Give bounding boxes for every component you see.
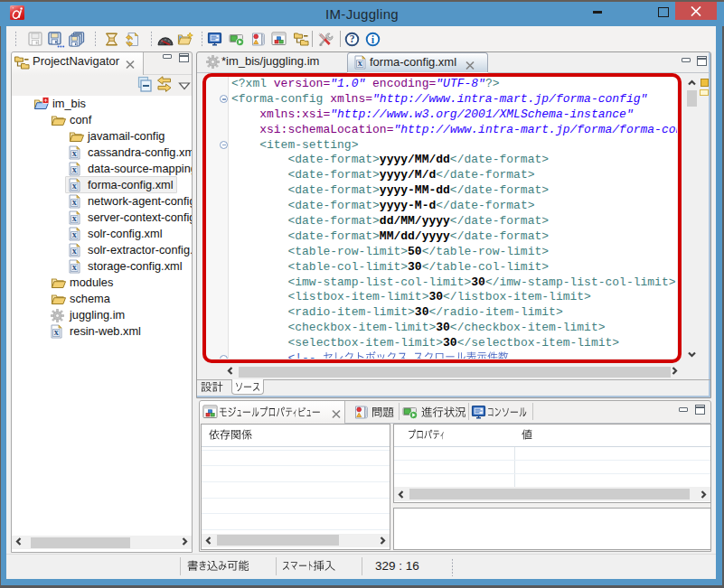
save-button[interactable] — [28, 32, 44, 48]
bottom-tab[interactable] — [371, 406, 395, 420]
console-view-button[interactable] — [207, 32, 223, 48]
tree-item-resin-web.xml[interactable]: x resin-web.xml — [12, 323, 192, 340]
property-hscrollbar[interactable] — [394, 487, 710, 501]
bottom-tab[interactable] — [487, 406, 528, 420]
code-line[interactable]: <forma-config xmlns="http://www.intra-ma… — [231, 92, 677, 107]
dependency-table[interactable] — [201, 424, 390, 550]
generate-document-button[interactable] — [124, 32, 140, 48]
tree-item-storage-config.xml[interactable]: x storage-config.xml — [12, 258, 192, 275]
maximize-view-button[interactable] — [179, 53, 189, 63]
annotation-marker[interactable] — [700, 79, 709, 87]
navigator-hscrollbar[interactable] — [12, 536, 192, 549]
scroll-arrow[interactable] — [226, 366, 236, 376]
dependency-hscrollbar[interactable] — [202, 534, 390, 547]
scrollbar-thumb[interactable] — [239, 367, 671, 378]
save-as-button[interactable] — [48, 32, 64, 48]
code-line[interactable]: <date-format>MM/dd/yyyy</date-format> — [231, 229, 677, 245]
code-line[interactable]: xmlns:xsi="http://www.w3.org/2001/XMLSch… — [231, 107, 677, 123]
minimize-button[interactable] — [593, 11, 602, 14]
page-tab-design[interactable] — [198, 380, 231, 396]
code-line[interactable]: <date-format>yyyy/M/d</date-format> — [231, 168, 677, 183]
toolbar-drag-handle[interactable] — [14, 31, 17, 47]
tree-item-cassandra-config.xml[interactable]: x cassandra-config.xml — [12, 145, 192, 161]
collapse-all-button[interactable] — [137, 76, 152, 96]
scrollbar-thumb[interactable] — [687, 90, 697, 107]
column-header-dependency[interactable] — [202, 425, 390, 447]
tree-item-solr-config.xml[interactable]: x solr-config.xml — [12, 226, 192, 242]
scrollbar-thumb[interactable] — [31, 537, 130, 548]
code-line[interactable]: <date-format>yyyy-MM-dd</date-format> — [231, 183, 677, 199]
code-line[interactable]: <checkbox-item-limit>30</checkbox-item-l… — [231, 321, 677, 336]
tree-item-network-agent-config.xml[interactable]: x network-agent-config.xml — [12, 193, 192, 210]
dashboard-button[interactable] — [157, 32, 174, 48]
code-line[interactable]: <selectbox-item-limit>30</selectbox-item… — [231, 336, 677, 351]
close-view-icon[interactable] — [331, 406, 342, 423]
statusbar-drag-handle[interactable] — [451, 558, 454, 576]
scroll-arrow[interactable] — [397, 490, 407, 499]
maximize-view-button[interactable] — [695, 405, 705, 415]
editor-tab-forma-config[interactable]: x forma-config.xml — [347, 52, 488, 72]
editor-tab-juggling-im[interactable]: *im_bis/juggling.im — [199, 52, 347, 72]
scroll-arrow[interactable] — [377, 536, 387, 546]
toolbar-drag-handle[interactable] — [201, 31, 203, 47]
view-menu-button[interactable] — [178, 78, 191, 94]
code-line[interactable]: <date-format>yyyy-M-d</date-format> — [231, 199, 677, 214]
editor-vscrollbar[interactable] — [685, 73, 699, 362]
scroll-arrow[interactable] — [687, 350, 697, 359]
help-button[interactable]: ? — [344, 32, 361, 48]
editor-hscrollbar[interactable] — [221, 365, 682, 378]
code-line[interactable]: xsi:schemaLocation="http://www.intra-mar… — [231, 123, 677, 138]
code-line[interactable]: <imw-stamp-list-col-limit>30</imw-stamp-… — [231, 275, 677, 291]
column-header-property-value[interactable] — [394, 425, 710, 447]
maximize-button[interactable] — [658, 7, 669, 17]
scroll-arrow[interactable] — [14, 537, 24, 546]
progress-view-button[interactable] — [229, 32, 245, 48]
tree-item-im_bis[interactable]: im_bis — [12, 96, 192, 112]
property-table[interactable] — [393, 424, 711, 504]
open-project-button[interactable] — [177, 32, 193, 48]
toolbar-drag-handle[interactable] — [150, 31, 153, 47]
close-button[interactable] — [675, 2, 717, 20]
scroll-arrow[interactable] — [204, 536, 214, 546]
code-line[interactable]: <table-row-limit>50</table-row-limit> — [231, 245, 677, 260]
code-line[interactable]: <date-format>yyyy/MM/dd</date-format> — [231, 153, 677, 168]
about-button[interactable]: i — [365, 32, 381, 48]
tree-item-data-source-mapping.xml[interactable]: x data-source-mapping.xml — [12, 161, 192, 177]
scrollbar-thumb[interactable] — [409, 489, 690, 499]
link-with-editor-button[interactable] — [155, 76, 173, 97]
annotation-marker[interactable] — [700, 89, 709, 96]
save-all-button[interactable] — [69, 32, 85, 48]
module-property-view-button[interactable] — [271, 32, 287, 48]
code-line[interactable]: <?xml version="1.0" encoding="UTF-8"?> — [231, 77, 677, 92]
problems-view-button[interactable] — [250, 32, 267, 48]
maximize-editor-button[interactable] — [697, 56, 707, 66]
tree-item-solr-extractor-config.xml[interactable]: x solr-extractor-config.xml — [12, 242, 192, 258]
close-view-icon[interactable] — [125, 57, 136, 73]
code-line[interactable]: <radio-item-limit>30</radio-item-limit> — [231, 305, 677, 321]
preferences-button[interactable] — [317, 32, 334, 48]
scrollbar-thumb[interactable] — [217, 535, 339, 546]
juggling-pin-button[interactable] — [104, 32, 120, 48]
code-line[interactable]: <date-format>dd/MM/yyyy</date-format> — [231, 214, 677, 229]
close-tab-icon[interactable] — [465, 58, 475, 74]
minimize-editor-button[interactable] — [682, 58, 691, 62]
page-tab-source[interactable] — [231, 379, 264, 396]
xml-code[interactable]: <?xml version="1.0" encoding="UTF-8"?><f… — [231, 77, 677, 359]
tree-item-javamail-config[interactable]: javamail-config — [12, 128, 192, 145]
tree-item-conf[interactable]: conf — [12, 112, 192, 128]
property-description-box[interactable] — [393, 508, 711, 550]
tree-item-juggling.im[interactable]: juggling.im — [12, 307, 192, 323]
tree-item-forma-config.xml[interactable]: x forma-config.xml — [12, 177, 192, 193]
xml-source-editor[interactable]: <?xml version="1.0" encoding="UTF-8"?><f… — [206, 77, 677, 359]
scroll-arrow[interactable] — [179, 537, 189, 546]
tree-item-server-context-config.xml[interactable]: x server-context-config.xml — [12, 210, 192, 226]
minimize-view-button[interactable] — [679, 407, 688, 412]
code-line[interactable]: <item-setting> — [231, 138, 677, 154]
code-line[interactable]: <table-col-limit>30</table-col-limit> — [231, 260, 677, 275]
scroll-arrow[interactable] — [669, 366, 679, 376]
tree-item-modules[interactable]: modules — [12, 275, 192, 291]
scroll-arrow[interactable] — [687, 79, 697, 89]
overview-ruler[interactable] — [699, 73, 709, 362]
minimize-view-button[interactable] — [163, 54, 172, 59]
project-navigator-view-button[interactable] — [293, 32, 309, 48]
